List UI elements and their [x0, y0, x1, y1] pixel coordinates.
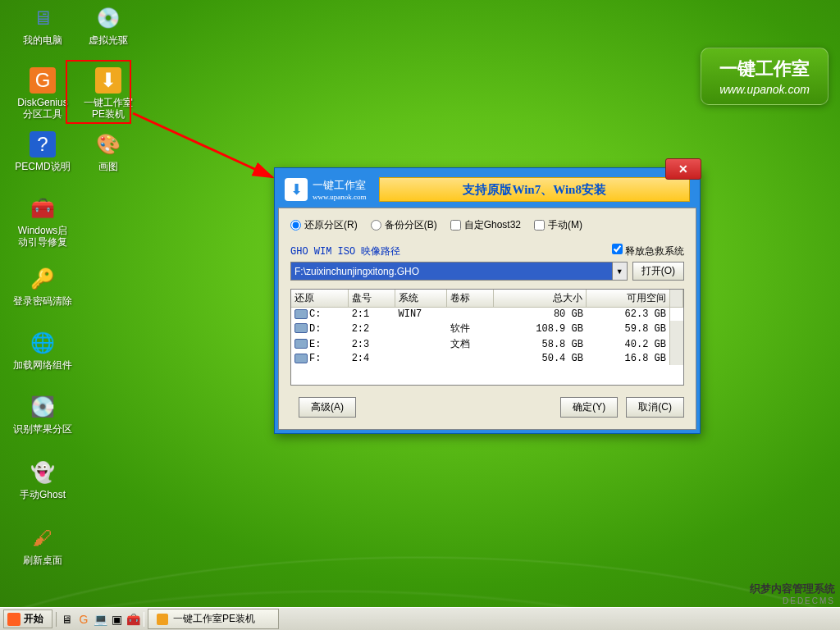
my-computer-icon: 🖥 — [30, 5, 56, 31]
watermark-url: www.upanok.com — [719, 83, 810, 96]
icon-label: DiskGenius分区工具 — [13, 97, 72, 120]
boot-repair-icon: 🧰 — [30, 195, 56, 221]
close-button[interactable]: ✕ — [665, 158, 701, 180]
desktop-icon-virtual-cd[interactable]: 💿虚拟光驱 — [79, 5, 138, 46]
task-icon — [157, 614, 168, 625]
ok-button[interactable]: 确定(Y) — [560, 397, 618, 418]
virtual-cd-icon: 💿 — [95, 5, 121, 31]
path-label: GHO WIM ISO 映像路径 — [290, 244, 400, 258]
taskbar: 开始 🖥 G 💻 ▣ 🧰 一键工作室PE装机 — [0, 607, 840, 630]
quick-launch: 🖥 G 💻 ▣ 🧰 — [56, 612, 144, 627]
logo-icon: ⬇ — [285, 178, 308, 201]
dropdown-icon[interactable]: ▼ — [612, 262, 627, 280]
svg-line-0 — [133, 113, 272, 177]
start-icon — [7, 613, 21, 626]
start-button[interactable]: 开始 — [3, 609, 52, 628]
advanced-button[interactable]: 高级(A) — [299, 397, 356, 418]
icon-label: 登录密码清除 — [13, 295, 72, 307]
check-manual[interactable]: 手动(M) — [534, 218, 582, 232]
desktop-icon-pwd-clear[interactable]: 🔑登录密码清除 — [13, 266, 72, 307]
dialog-body: 还原分区(R) 备份分区(B) 自定Ghost32 手动(M) GHO WIM … — [278, 208, 696, 430]
desktop-icon-apple-part[interactable]: 💽识别苹果分区 — [13, 394, 72, 435]
icon-label: 虚拟光驱 — [79, 34, 138, 46]
path-combo[interactable]: ▼ — [290, 262, 628, 281]
annotation-arrow — [128, 105, 284, 187]
installer-dialog: ✕ ⬇ 一键工作室 www.upanok.com 支持原版Win7、Win8安装… — [274, 167, 701, 434]
diskgenius-icon: G — [30, 67, 56, 94]
icon-label: Windows启动引导修复 — [13, 225, 72, 248]
desktop-icon-net-load[interactable]: 🌐加载网络组件 — [13, 330, 72, 371]
check-rescue[interactable]: 释放急救系统 — [612, 244, 684, 258]
ql-diskgenius-icon[interactable]: G — [76, 612, 91, 627]
paint-icon: 🎨 — [95, 131, 121, 158]
table-body: C:2:1WIN780 GB62.3 GBD:2:2软件108.9 GB59.8… — [291, 308, 683, 366]
desktop-icon-pecmd[interactable]: ?PECMD说明 — [13, 131, 72, 172]
watermark-title: 一键工作室 — [719, 57, 810, 81]
mode-options: 还原分区(R) 备份分区(B) 自定Ghost32 手动(M) — [290, 218, 684, 232]
ghost-icon: 👻 — [30, 459, 56, 486]
net-load-icon: 🌐 — [30, 330, 56, 356]
icon-label: 我的电脑 — [13, 34, 72, 46]
icon-label: 手动Ghost — [13, 489, 72, 500]
ql-cmd-icon[interactable]: ▣ — [109, 612, 124, 627]
table-row[interactable]: E:2:3文档58.8 GB40.2 GB — [291, 336, 683, 352]
table-row[interactable]: F:2:450.4 GB16.8 GB — [291, 352, 683, 365]
dialog-footer: 高级(A) 确定(Y) 取消(C) — [290, 397, 684, 418]
icon-label: 刷新桌面 — [13, 555, 72, 566]
cancel-button[interactable]: 取消(C) — [626, 397, 684, 418]
dialog-banner: 支持原版Win7、Win8安装 — [379, 177, 690, 202]
dialog-header: ⬇ 一键工作室 www.upanok.com 支持原版Win7、Win8安装 — [278, 171, 696, 208]
ql-tool-icon[interactable]: 🧰 — [126, 612, 140, 627]
path-input[interactable] — [291, 262, 612, 280]
pwd-clear-icon: 🔑 — [30, 266, 56, 292]
ql-computer-icon[interactable]: 💻 — [93, 612, 107, 627]
desktop-icon-refresh[interactable]: 🖌刷新桌面 — [13, 525, 72, 566]
corner-watermark: 织梦内容管理系统 DEDECMS — [750, 582, 835, 605]
refresh-icon: 🖌 — [30, 525, 56, 551]
watermark-badge: 一键工作室 www.upanok.com — [701, 48, 829, 105]
desktop-icon-boot-repair[interactable]: 🧰Windows启动引导修复 — [13, 195, 72, 248]
taskbar-item[interactable]: 一键工作室PE装机 — [148, 609, 279, 629]
dialog-logo: ⬇ 一键工作室 www.upanok.com — [285, 178, 366, 201]
radio-restore[interactable]: 还原分区(R) — [290, 218, 358, 232]
desktop-icon-diskgenius[interactable]: GDiskGenius分区工具 — [13, 67, 72, 120]
pecmd-icon: ? — [30, 131, 56, 158]
icon-label: PECMD说明 — [13, 161, 72, 172]
check-ghost32[interactable]: 自定Ghost32 — [450, 218, 521, 232]
table-header-row: 还原 盘号 系统 卷标 总大小 可用空间 — [291, 290, 683, 308]
radio-backup[interactable]: 备份分区(B) — [371, 218, 437, 232]
partition-table[interactable]: 还原 盘号 系统 卷标 总大小 可用空间 C:2:1WIN780 GB62.3 … — [290, 289, 684, 386]
highlight-box — [66, 60, 131, 124]
apple-part-icon: 💽 — [30, 394, 56, 420]
table-row[interactable]: D:2:2软件108.9 GB59.8 GB — [291, 321, 683, 336]
ql-desktop-icon[interactable]: 🖥 — [60, 612, 75, 627]
desktop-icon-ghost[interactable]: 👻手动Ghost — [13, 459, 72, 500]
icon-label: 识别苹果分区 — [13, 423, 72, 435]
table-row[interactable]: C:2:1WIN780 GB62.3 GB — [291, 308, 683, 322]
icon-label: 加载网络组件 — [13, 359, 72, 371]
open-button[interactable]: 打开(O) — [632, 262, 684, 281]
desktop-icon-my-computer[interactable]: 🖥我的电脑 — [13, 5, 72, 46]
